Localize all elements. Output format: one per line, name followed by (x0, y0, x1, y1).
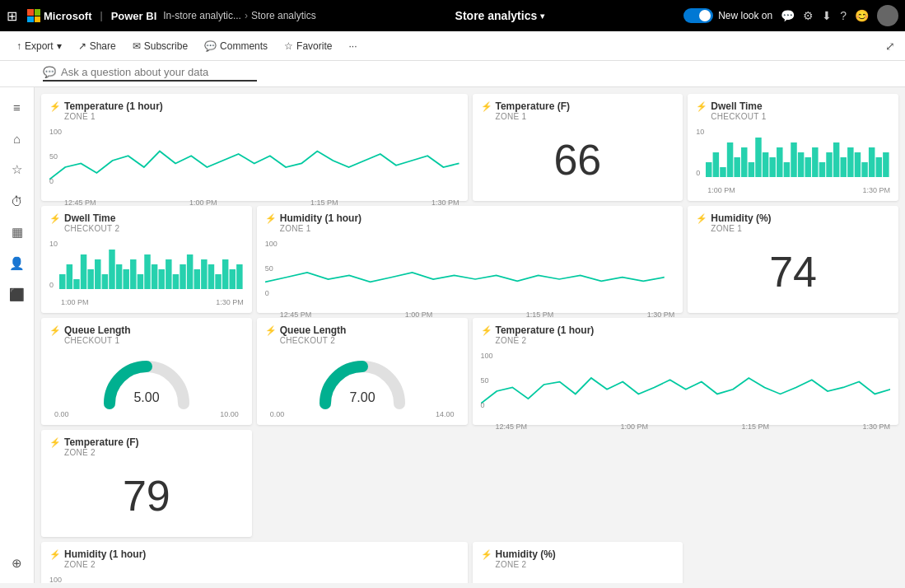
svg-rect-51 (236, 264, 242, 289)
x-label: 1:30 PM (862, 422, 890, 431)
card-title: Humidity (1 hour) (280, 212, 362, 224)
sidebar-item-recent[interactable]: ⏱ (4, 188, 30, 214)
comment-icon[interactable]: 💬 (781, 9, 795, 22)
card-title: Humidity (1 hour) (64, 548, 146, 560)
waffle-menu[interactable]: ⊞ (7, 8, 17, 24)
title-chevron-icon[interactable]: ▾ (540, 12, 544, 21)
qa-icon: 💬 (43, 66, 56, 78)
download-icon[interactable]: ⬇ (822, 9, 832, 22)
y-label: 50 (265, 264, 278, 273)
svg-rect-26 (59, 274, 65, 289)
card-subtitle: ZONE 1 (711, 224, 771, 233)
comments-button[interactable]: 💬 Comments (198, 37, 274, 55)
gauge-labels: 0.00 14.00 (265, 410, 459, 418)
settings-icon[interactable]: ⚙ (803, 9, 814, 22)
card-header: ⚡ Humidity (1 hour) ZONE 2 (49, 548, 459, 569)
sidebar-item-home[interactable]: ⌂ (4, 125, 30, 152)
subscribe-button[interactable]: ✉ Subscribe (126, 37, 194, 55)
card-header: ⚡ Humidity (%) ZONE 2 (481, 548, 675, 569)
card-lightning-icon: ⚡ (49, 101, 61, 112)
sidebar-item-workspaces[interactable]: ⬛ (4, 282, 30, 308)
account-icon[interactable]: 😊 (855, 9, 869, 22)
card-subtitle: CHECKOUT 2 (280, 336, 347, 345)
sidebar-item-menu[interactable]: ≡ (4, 94, 30, 120)
card-title-block: Humidity (%) ZONE 1 (711, 212, 771, 233)
svg-rect-30 (87, 269, 93, 289)
breadcrumb-instore[interactable]: In-store analytic... (163, 10, 241, 21)
more-icon: ··· (348, 40, 357, 52)
help-icon[interactable]: ? (840, 9, 847, 22)
expand-icon[interactable]: ⤢ (885, 40, 895, 53)
card-title-block: Dwell Time CHECKOUT 1 (711, 100, 766, 121)
svg-rect-14 (805, 157, 811, 177)
sub-nav: ↑ Export ▾ ↗ Share ✉ Subscribe 💬 Comment… (0, 31, 905, 61)
new-look-toggle[interactable] (683, 8, 713, 23)
sidebar-item-shared[interactable]: 👤 (4, 250, 30, 277)
svg-rect-19 (841, 157, 847, 177)
card-header: ⚡ Temperature (1 hour) ZONE 1 (49, 100, 459, 121)
svg-rect-32 (102, 274, 108, 289)
svg-rect-48 (215, 274, 221, 289)
more-button[interactable]: ··· (342, 37, 363, 55)
qa-input-wrapper: 💬 (43, 66, 257, 82)
card-subtitle: CHECKOUT 1 (711, 112, 766, 121)
svg-rect-47 (208, 264, 214, 289)
card-header: ⚡ Temperature (1 hour) ZONE 2 (481, 324, 891, 345)
qa-bar: 💬 (0, 61, 905, 87)
user-avatar[interactable] (877, 5, 898, 26)
x-label: 1:00 PM (620, 422, 648, 431)
card-humidity-pct-zone2: ⚡ Humidity (%) ZONE 2 69 (473, 542, 683, 583)
y-label: 100 (49, 128, 62, 136)
svg-rect-18 (833, 142, 839, 177)
line-chart-svg (49, 128, 459, 194)
card-title-block: Humidity (1 hour) ZONE 2 (64, 548, 146, 569)
y-label: 0 (481, 401, 493, 409)
card-header: ⚡ Humidity (%) ZONE 1 (696, 212, 890, 233)
sidebar-item-create[interactable]: ⊕ (4, 550, 30, 576)
x-labels: 1:00 PM1:30 PM (696, 186, 890, 194)
export-button[interactable]: ↑ Export ▾ (10, 37, 68, 55)
card-header: ⚡ Dwell Time CHECKOUT 2 (49, 212, 244, 233)
card-dwell-checkout1: ⚡ Dwell Time CHECKOUT 1 100 1:00 PM1:30 … (688, 94, 898, 201)
breadcrumb: In-store analytic... › Store analytics (163, 10, 315, 21)
card-title-block: Temperature (1 hour) ZONE 2 (496, 324, 595, 345)
breadcrumb-store[interactable]: Store analytics (251, 10, 316, 21)
y-label: 50 (481, 376, 493, 385)
svg-rect-35 (123, 269, 128, 289)
microsoft-logo[interactable]: Microsoft (27, 9, 92, 22)
powerbi-label: Power BI (111, 10, 157, 22)
card-title: Temperature (1 hour) (64, 100, 163, 112)
share-button[interactable]: ↗ Share (72, 37, 123, 55)
card-title: Temperature (F) (496, 100, 570, 112)
card-title-block: Dwell Time CHECKOUT 2 (64, 212, 119, 233)
x-label: 1:00 PM (405, 310, 433, 319)
svg-rect-3 (727, 142, 733, 177)
card-title: Temperature (F) (64, 436, 138, 448)
card-title-block: Temperature (1 hour) ZONE 1 (64, 100, 163, 121)
export-chevron: ▾ (57, 40, 62, 52)
card-lightning-icon: ⚡ (696, 101, 707, 112)
svg-rect-1 (713, 152, 719, 177)
svg-rect-23 (869, 147, 875, 177)
y-labels: 100500 (265, 240, 278, 297)
svg-rect-0 (706, 162, 711, 177)
line-chart-svg (481, 352, 891, 418)
card-queue-checkout2: ⚡ Queue Length CHECKOUT 2 7.00 0.00 (257, 318, 468, 425)
card-dwell-checkout2: ⚡ Dwell Time CHECKOUT 2 100 1:00 PM1:30 … (41, 206, 252, 313)
svg-rect-2 (720, 167, 725, 177)
qa-input[interactable] (61, 66, 242, 78)
chart-container: 100500 12:45 PM1:00 PM1:15 PM1:30 PM (265, 240, 675, 319)
card-title-block: Humidity (%) ZONE 2 (496, 548, 556, 569)
x-label: 1:15 PM (741, 422, 769, 431)
svg-rect-11 (784, 162, 790, 177)
y-label: 100 (49, 576, 62, 583)
card-subtitle: CHECKOUT 1 (64, 336, 131, 345)
sidebar-item-favorites[interactable]: ☆ (4, 156, 30, 183)
bar-chart-area: 100 1:00 PM1:30 PM (696, 128, 890, 194)
card-humidity-pct-zone1: ⚡ Humidity (%) ZONE 1 74 (688, 206, 898, 313)
nav-right: New look on 💬 ⚙ ⬇ ? 😊 (683, 5, 898, 26)
sidebar-item-apps[interactable]: ▦ (4, 219, 30, 245)
chart-container: 100500 12:45 PM1:00 PM1:15 PM1:30 PM (49, 128, 459, 207)
favorite-button[interactable]: ☆ Favorite (278, 37, 338, 55)
gauge-value-text: 7.00 (349, 390, 375, 404)
